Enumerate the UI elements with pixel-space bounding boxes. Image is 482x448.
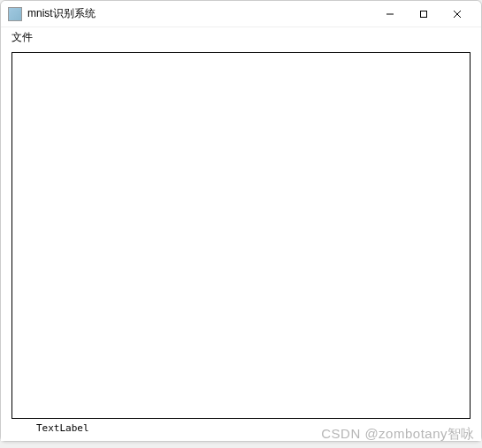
minimize-button[interactable] <box>373 2 407 27</box>
menu-file[interactable]: 文件 <box>4 28 40 47</box>
maximize-icon <box>419 10 428 19</box>
svg-rect-1 <box>421 11 427 17</box>
maximize-button[interactable] <box>407 2 440 27</box>
close-icon <box>453 10 462 19</box>
menubar: 文件 <box>1 27 481 47</box>
app-window: mnist识别系统 文件 TextLabel <box>0 0 482 442</box>
titlebar: mnist识别系统 <box>1 1 481 27</box>
canvas-area[interactable] <box>11 52 471 419</box>
app-icon <box>8 7 22 21</box>
minimize-icon <box>386 10 394 19</box>
client-area: TextLabel <box>1 47 481 441</box>
window-controls <box>373 2 474 27</box>
close-button[interactable] <box>440 2 474 27</box>
window-title: mnist识别系统 <box>27 6 373 21</box>
result-label: TextLabel <box>11 422 471 434</box>
